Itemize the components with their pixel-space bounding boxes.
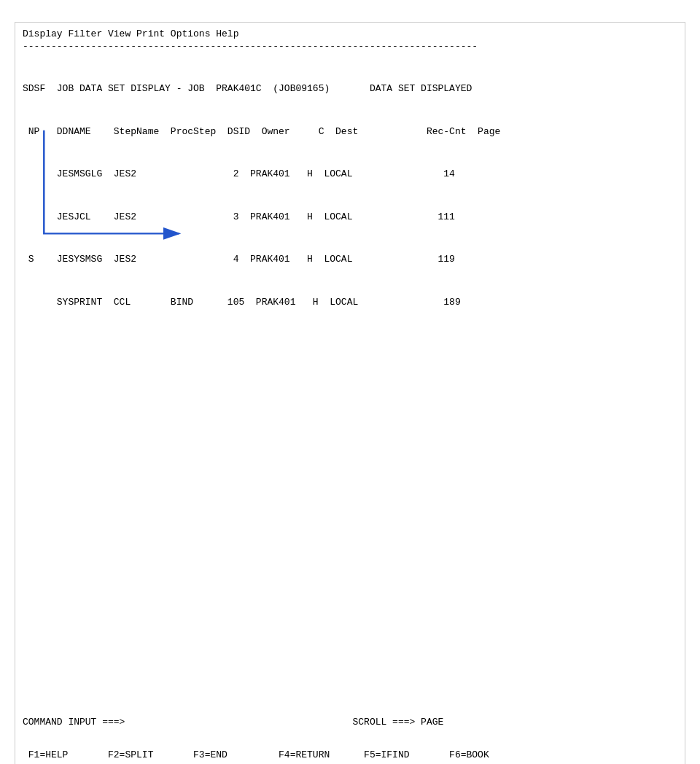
empty-line-8: [23, 650, 677, 665]
empty-line-5: [23, 523, 677, 537]
command-section: COMMAND INPUT ===> SCROLL ===> PAGE F1=H…: [23, 695, 677, 765]
menu-bar[interactable]: Display Filter View Print Options Help: [23, 28, 677, 39]
empty-line-7: [23, 608, 677, 623]
empty-line-3: [23, 437, 677, 452]
terminal-content: SDSF JOB DATA SET DISPLAY - JOB PRAK401C…: [23, 53, 677, 693]
header-line: SDSF JOB DATA SET DISPLAY - JOB PRAK401C…: [23, 82, 677, 96]
separator-line: ----------------------------------------…: [23, 41, 677, 52]
terminal-body: SDSF JOB DATA SET DISPLAY - JOB PRAK401C…: [23, 53, 677, 693]
data-row-3: S JESYSMSG JES2 4 PRAK401 H LOCAL 119: [23, 252, 677, 267]
data-row-1: JESMSGLG JES2 2 PRAK401 H LOCAL 14: [23, 167, 677, 182]
empty-line-4: [23, 480, 677, 494]
data-row-4: SYSPRINT CCL BIND 105 PRAK401 H LOCAL 18…: [23, 295, 677, 310]
page-container: Display Filter View Print Options Help -…: [0, 0, 700, 764]
command-line[interactable]: COMMAND INPUT ===> SCROLL ===> PAGE: [23, 717, 677, 728]
terminal-frame: Display Filter View Print Options Help -…: [15, 22, 685, 764]
fkeys-row1: F1=HELP F2=SPLIT F3=END F4=RETURN F5=IFI…: [23, 749, 677, 760]
empty-line-6: [23, 565, 677, 580]
empty-line-2: [23, 394, 677, 409]
data-row-2: JESJCL JES2 3 PRAK401 H LOCAL 111: [23, 210, 677, 225]
empty-line-1: [23, 352, 677, 367]
column-headers: NP DDNAME StepName ProcStep DSID Owner C…: [23, 125, 677, 139]
